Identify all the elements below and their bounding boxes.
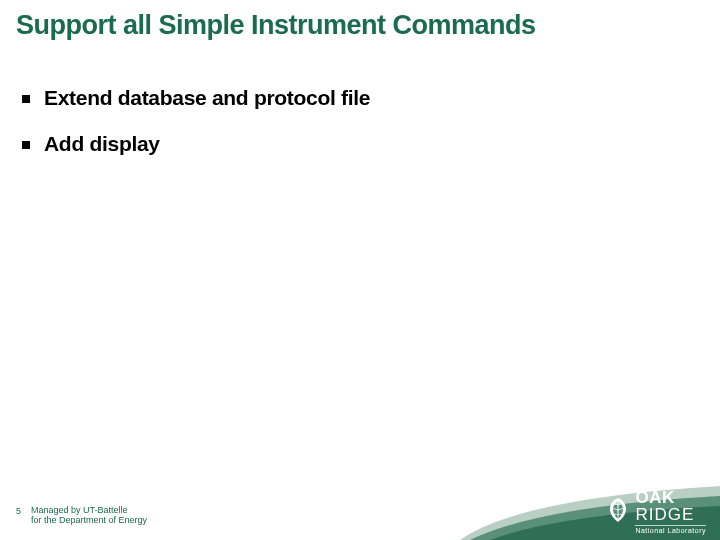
oak-ridge-logo: OAK RIDGE National Laboratory (607, 489, 706, 534)
page-number: 5 (16, 506, 21, 516)
bullet-text: Extend database and protocol file (44, 86, 370, 110)
bullet-text: Add display (44, 132, 160, 156)
slide-title: Support all Simple Instrument Commands (16, 10, 710, 41)
managed-by-text: Managed by UT-Battelle for the Departmen… (31, 505, 147, 525)
bullet-icon (22, 141, 30, 149)
managed-line-2: for the Department of Energy (31, 515, 147, 525)
logo-word-ridge: RIDGE (635, 505, 694, 524)
footer: 5 Managed by UT-Battelle for the Departm… (16, 505, 147, 525)
managed-line-1: Managed by UT-Battelle (31, 505, 147, 515)
logo-text: OAK RIDGE National Laboratory (635, 489, 706, 534)
list-item: Extend database and protocol file (22, 86, 680, 110)
slide: Support all Simple Instrument Commands E… (0, 0, 720, 540)
bullet-icon (22, 95, 30, 103)
bullet-list: Extend database and protocol file Add di… (22, 86, 680, 178)
list-item: Add display (22, 132, 680, 156)
logo-subtitle: National Laboratory (635, 525, 706, 534)
oak-leaf-icon (607, 497, 629, 527)
logo-block: OAK RIDGE National Laboratory (460, 468, 720, 540)
